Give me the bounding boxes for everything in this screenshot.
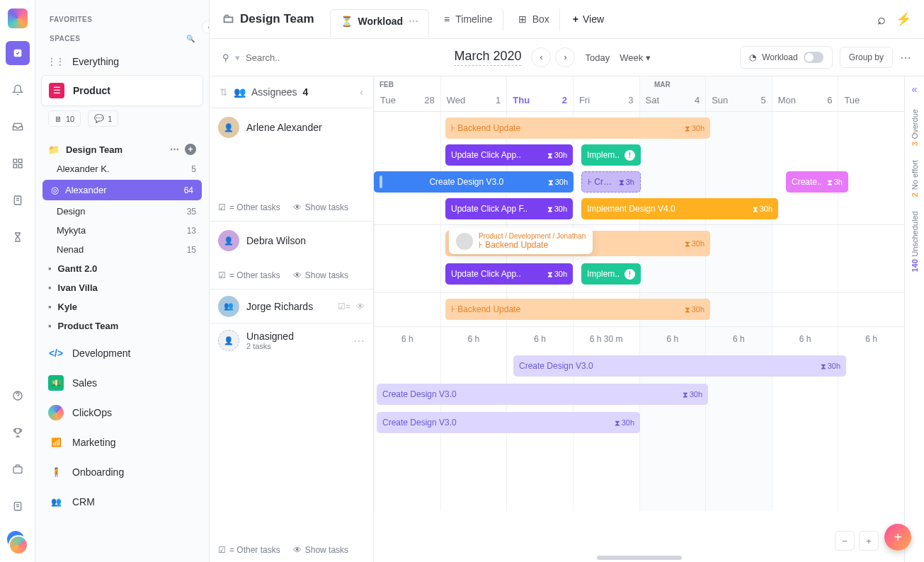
rail-notepad-button[interactable] [6, 494, 30, 518]
next-button[interactable]: › [555, 47, 575, 67]
tree-item-mykyta[interactable]: Mykyta13 [35, 221, 209, 240]
toolbar: ⚲▾ March 2020 ‹ › Today Week ▾ ◔Workload… [210, 39, 924, 76]
person-unassigned[interactable]: 👤Unasigned2 tasks [218, 330, 294, 351]
other-tasks-link[interactable]: ☑ = Other tasks [218, 202, 280, 212]
zoom-controls: − + [835, 531, 879, 551]
space-development[interactable]: </>Development [35, 338, 209, 368]
task-bar[interactable]: Implement Design V4.0⧗30h [581, 198, 778, 219]
month-label[interactable]: March 2020 [454, 49, 521, 66]
spaces-header[interactable]: SPACES🔍 [35, 29, 209, 48]
create-fab[interactable]: + [884, 524, 911, 551]
assignee-row-arlene: 👤Arlene Alexander ☑ = Other tasks 👁 Show… [210, 108, 373, 222]
chip-chat[interactable]: 💬1 [88, 110, 118, 127]
task-bar[interactable]: Create Design V3.0⧗30h [377, 412, 640, 433]
task-tooltip: Product / Development / Jonathan⊦ Backen… [449, 228, 593, 254]
search-icon[interactable]: ⌕ [877, 11, 886, 28]
rail-dashboards-button[interactable] [6, 151, 30, 176]
assignees-header[interactable]: ⇅ 👥 Assignees 4 ‹ [210, 76, 373, 108]
show-tasks-link[interactable]: 👁 Show tasks [293, 545, 348, 555]
tree-design-team[interactable]: 📁Design Team ⋯+ [35, 139, 209, 159]
space-marketing[interactable]: 📶Marketing [35, 428, 209, 457]
chevron-left-icon[interactable]: ‹ [360, 86, 363, 98]
person-jorge[interactable]: 👥Jorge Richards [218, 296, 313, 317]
sidebar-everything[interactable]: ⋮⋮Everything [35, 48, 209, 75]
favorites-header[interactable]: FAVORITES [35, 10, 209, 29]
groupby-button[interactable]: Group by [840, 47, 893, 68]
more-icon[interactable]: ⋯ [353, 334, 365, 348]
tasks-icon[interactable]: ☑= [338, 302, 350, 311]
task-bar[interactable]: Update Click App F..⧗30h [445, 198, 573, 219]
rail-docs-button[interactable] [6, 188, 30, 212]
tab-more-icon[interactable]: ⋯ [409, 16, 418, 27]
rail-notifications-button[interactable] [6, 78, 30, 102]
task-bar[interactable]: ⊦ Backend Update⧗30h [445, 299, 710, 320]
task-bar[interactable]: Create..⧗3h [786, 171, 848, 193]
user-avatar[interactable]: M [7, 531, 28, 552]
rail-work-button[interactable] [6, 457, 30, 481]
folder-icon: ▪ [48, 302, 52, 312]
collapse-right-icon[interactable]: « [912, 84, 918, 95]
rr-overdue[interactable]: 3Overdue [911, 109, 919, 146]
zoom-in-button[interactable]: + [859, 531, 879, 551]
rr-unscheduled[interactable]: 140Unscheduled [911, 211, 919, 273]
tab-workload[interactable]: ⏳Workload⋯ [330, 9, 430, 38]
show-tasks-link[interactable]: 👁 Show tasks [293, 270, 348, 280]
rail-help-button[interactable] [6, 384, 30, 408]
tab-timeline[interactable]: ≡Timeline [433, 7, 503, 31]
prev-button[interactable]: ‹ [531, 47, 551, 67]
tree-kyle[interactable]: ▪Kyle [35, 297, 209, 316]
zoom-out-button[interactable]: − [835, 531, 855, 551]
page-title[interactable]: 🗀Design Team [222, 12, 326, 26]
automation-icon[interactable]: ⚡ [896, 11, 911, 27]
person-debra[interactable]: 👤Debra Wilson [218, 230, 365, 251]
timeline-area[interactable]: FEB MAR Tue28 Wed1 Thu2 Fri3 Sat4 Sun5 M… [374, 76, 904, 562]
add-view-button[interactable]: +View [564, 8, 612, 30]
task-bar[interactable]: ⊦ Crea..⧗3h [581, 171, 641, 193]
task-bar[interactable]: Update Click App..⧗30h [445, 144, 573, 166]
space-onboarding[interactable]: 🧍Onboarding [35, 457, 209, 487]
rail-home-button[interactable] [6, 41, 30, 65]
tree-product-team[interactable]: ▪Product Team [35, 316, 209, 336]
sort-icon[interactable]: ⇅ [219, 86, 228, 98]
horizontal-scrollbar[interactable] [597, 556, 682, 560]
person-arlene[interactable]: 👤Arlene Alexander [218, 117, 365, 138]
task-bar[interactable]: Create Design V3.0⧗30h [513, 355, 846, 377]
more-icon[interactable]: ⋯ [170, 144, 179, 155]
eye-icon[interactable]: 👁 [356, 302, 365, 311]
tree-ivan[interactable]: ▪Ivan Villa [35, 278, 209, 297]
task-bar[interactable]: Create Design V3.0⧗30h [377, 384, 708, 405]
task-bar[interactable]: ⊦ Backend Update⧗30h [445, 117, 710, 139]
tree-item-design[interactable]: Design35 [35, 202, 209, 221]
range-selector[interactable]: Week ▾ [620, 52, 651, 63]
tree-gantt[interactable]: ▪Gantt 2.0 [35, 259, 209, 278]
space-sales[interactable]: 💵Sales [35, 368, 209, 398]
tab-box[interactable]: ⊞Box [508, 7, 560, 31]
show-tasks-link[interactable]: 👁 Show tasks [293, 202, 348, 212]
tree-item-nenad[interactable]: Nenad15 [35, 240, 209, 259]
chip-docs[interactable]: 🗎10 [48, 110, 81, 127]
search-input[interactable] [246, 52, 365, 63]
filter-search[interactable]: ⚲▾ [222, 52, 365, 63]
app-logo[interactable] [8, 8, 28, 28]
other-tasks-link[interactable]: ☑ = Other tasks [218, 545, 280, 555]
task-bar[interactable]: Implem..! [581, 263, 641, 285]
rail-trophy-button[interactable] [6, 420, 30, 445]
assignee-row-debra: 👤Debra Wilson ☑ = Other tasks 👁 Show tas… [210, 222, 373, 289]
task-bar[interactable]: Create Design V3.0⧗30h [374, 171, 574, 193]
workload-toggle[interactable]: ◔Workload [740, 46, 832, 69]
tree-item-alexander[interactable]: ◎Alexander64 [42, 180, 202, 200]
rr-noeffort[interactable]: 2No effort [911, 160, 919, 197]
tree-item-alexander-k[interactable]: Alexander K.5 [35, 159, 209, 178]
task-bar[interactable]: Implem..! [581, 144, 641, 166]
more-options-icon[interactable]: ⋯ [900, 51, 911, 64]
rail-inbox-button[interactable] [6, 115, 30, 139]
today-button[interactable]: Today [585, 52, 610, 63]
task-bar[interactable]: Update Click App..⧗30h [445, 263, 573, 285]
add-icon[interactable]: + [185, 144, 196, 155]
search-spaces-icon[interactable]: 🔍 [186, 35, 195, 42]
other-tasks-link[interactable]: ☑ = Other tasks [218, 270, 280, 280]
rail-time-button[interactable] [6, 225, 30, 249]
sidebar-space-product[interactable]: ☰Product [41, 75, 203, 106]
space-clickops[interactable]: ClickOps [35, 398, 209, 428]
space-crm[interactable]: 👥CRM [35, 487, 209, 517]
